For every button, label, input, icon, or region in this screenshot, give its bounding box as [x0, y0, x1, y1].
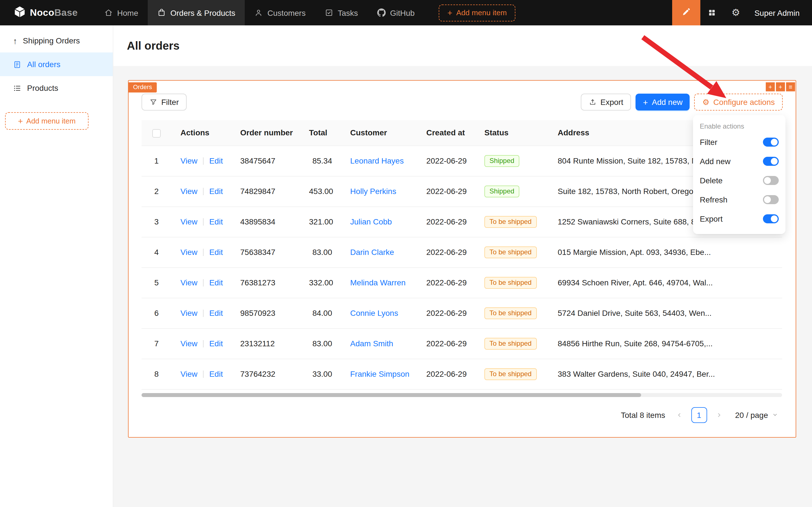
dropdown-item-export[interactable]: Export	[700, 209, 779, 228]
nocobase-logo[interactable]: NocoBase	[0, 0, 78, 25]
view-link[interactable]: View	[180, 157, 197, 166]
sidebar-item-shipping-orders[interactable]: ↑ Shipping Orders	[0, 29, 113, 52]
view-link[interactable]: View	[180, 248, 197, 257]
row-index-cell: 2	[141, 176, 171, 207]
row-index-cell: 3	[141, 207, 171, 237]
user-menu[interactable]: Super Admin	[748, 0, 812, 25]
created-at-cell: 2022-06-29	[417, 329, 475, 359]
sidebar-add-menu-item-button[interactable]: + Add menu item	[5, 112, 89, 130]
customer-link[interactable]: Holly Perkins	[350, 187, 396, 196]
order-number-cell: 76381273	[231, 268, 300, 298]
status-cell: To be shipped	[475, 329, 549, 359]
status-badge: Shipped	[484, 185, 519, 198]
toggle-switch[interactable]	[763, 137, 779, 147]
ui-editor-button[interactable]	[672, 0, 700, 25]
scrollbar-thumb[interactable]	[141, 393, 641, 397]
sidebar-item-all-orders[interactable]: All orders	[0, 52, 113, 76]
edit-link[interactable]: Edit	[209, 278, 223, 287]
row-index: 7	[154, 339, 159, 348]
nav-item-github[interactable]: GitHub	[368, 0, 424, 25]
view-link[interactable]: View	[180, 339, 197, 348]
row-index: 2	[154, 187, 159, 196]
created-at-cell: 2022-06-29	[417, 146, 475, 176]
nav-item-label: GitHub	[390, 8, 415, 17]
designer-plus-icon[interactable]: +	[776, 82, 785, 91]
column-header-total: Total	[300, 120, 341, 146]
view-link[interactable]: View	[180, 309, 197, 318]
row-index-cell: 4	[141, 237, 171, 268]
customer-cell: Melinda Warren	[341, 268, 417, 298]
customer-link[interactable]: Leonard Hayes	[350, 157, 404, 166]
add-menu-item-button[interactable]: + Add menu item	[439, 4, 515, 21]
status-badge: To be shipped	[484, 277, 536, 289]
designer-menu-icon[interactable]: ≡	[786, 82, 795, 91]
designer-add-icon[interactable]: +	[766, 82, 775, 91]
customer-link[interactable]: Frankie Simpson	[350, 370, 409, 379]
customer-link[interactable]: Julian Cobb	[350, 217, 392, 226]
page-1-button[interactable]: 1	[691, 407, 707, 423]
total-cell: 321.00	[300, 207, 341, 237]
edit-link[interactable]: Edit	[209, 248, 223, 257]
grid-icon	[708, 8, 716, 17]
customer-link[interactable]: Melinda Warren	[350, 278, 406, 287]
toggle-switch[interactable]	[763, 157, 779, 166]
nav-item-home[interactable]: Home	[95, 0, 148, 25]
edit-link[interactable]: Edit	[209, 217, 223, 226]
horizontal-scrollbar	[141, 393, 782, 397]
status-badge: To be shipped	[484, 246, 536, 258]
plugin-manager-button[interactable]	[700, 0, 724, 25]
address-cell: 69934 Schoen River, Apt. 646, 49704, Wal…	[549, 268, 782, 298]
add-new-button[interactable]: + Add new	[636, 94, 690, 111]
nav-item-tasks[interactable]: Tasks	[315, 0, 368, 25]
address-cell: 383 Walter Gardens, Suite 040, 24947, Be…	[549, 359, 782, 389]
next-page-button[interactable]	[711, 408, 726, 422]
arrow-up-icon: ↑	[13, 36, 17, 45]
github-icon	[377, 8, 386, 17]
dropdown-item-refresh[interactable]: Refresh	[700, 190, 779, 209]
view-link[interactable]: View	[180, 187, 197, 196]
page-size-select[interactable]: 20 / page	[731, 407, 783, 423]
select-all-checkbox[interactable]	[152, 129, 161, 137]
top-nav-right: ⚙ Super Admin	[672, 0, 812, 25]
configure-actions-button[interactable]: ⚙ Configure actions	[694, 94, 783, 111]
edit-link[interactable]: Edit	[209, 370, 223, 379]
toggle-switch[interactable]	[763, 195, 779, 204]
edit-link[interactable]: Edit	[209, 157, 223, 166]
export-button[interactable]: Export	[581, 94, 631, 111]
sidebar-item-products[interactable]: Products	[0, 76, 113, 100]
column-header-status: Status	[475, 120, 549, 146]
nav-item-customers[interactable]: Customers	[245, 0, 315, 25]
customer-link[interactable]: Adam Smith	[350, 339, 393, 348]
dropdown-item-add-new[interactable]: Add new	[700, 152, 779, 171]
view-link[interactable]: View	[180, 370, 197, 379]
dropdown-item-filter[interactable]: Filter	[700, 132, 779, 152]
customer-cell: Frankie Simpson	[341, 359, 417, 389]
nav-item-label: Orders & Products	[170, 8, 235, 17]
prev-page-button[interactable]	[672, 408, 687, 422]
customer-link[interactable]: Connie Lyons	[350, 309, 398, 318]
plus-icon: +	[643, 98, 648, 106]
view-link[interactable]: View	[180, 278, 197, 287]
nav-item-orders-products[interactable]: Orders & Products	[148, 0, 245, 25]
toggle-switch[interactable]	[763, 214, 779, 223]
edit-link[interactable]: Edit	[209, 187, 223, 196]
gear-icon: ⚙	[702, 98, 709, 106]
settings-button[interactable]: ⚙	[724, 0, 748, 25]
edit-link[interactable]: Edit	[209, 309, 223, 318]
row-index: 8	[154, 370, 159, 379]
total-cell: 85.34	[300, 146, 341, 176]
dropdown-item-delete[interactable]: Delete	[700, 171, 779, 190]
total-cell: 84.00	[300, 298, 341, 329]
customer-link[interactable]: Darin Clarke	[350, 248, 394, 257]
status-cell: To be shipped	[475, 359, 549, 389]
actions-cell: ViewEdit	[171, 329, 231, 359]
home-icon	[104, 8, 113, 17]
edit-link[interactable]: Edit	[209, 339, 223, 348]
view-link[interactable]: View	[180, 217, 197, 226]
order-number-cell: 75638347	[231, 237, 300, 268]
nav-item-label: Home	[117, 8, 138, 17]
status-badge: Shipped	[484, 155, 519, 167]
toggle-switch[interactable]	[763, 176, 779, 185]
address-cell: 015 Margie Mission, Apt. 093, 34936, Ebe…	[549, 237, 782, 268]
filter-button[interactable]: Filter	[141, 94, 187, 111]
